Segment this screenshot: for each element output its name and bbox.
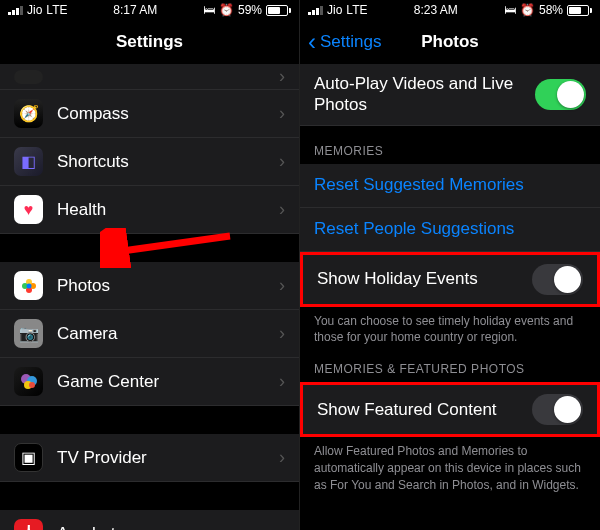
compass-icon: 🧭	[14, 99, 43, 128]
gamecenter-icon	[14, 367, 43, 396]
row-label: TV Provider	[57, 448, 279, 468]
row-measure-partial[interactable]: ›	[0, 64, 299, 90]
battery-percent: 58%	[539, 3, 563, 17]
chevron-right-icon: ›	[279, 447, 285, 468]
chevron-right-icon: ›	[279, 103, 285, 124]
svg-point-8	[29, 382, 35, 388]
rotation-lock-icon: 🛏	[203, 3, 215, 17]
row-health[interactable]: ♥ Health ›	[0, 186, 299, 234]
acrobat-icon: 人	[14, 519, 43, 530]
link-label: Reset Suggested Memories	[314, 175, 586, 195]
signal-icon	[308, 6, 323, 15]
autoplay-toggle[interactable]	[535, 79, 586, 110]
battery-icon	[266, 5, 291, 16]
tv-icon: ▣	[14, 443, 43, 472]
chevron-right-icon: ›	[279, 66, 285, 87]
chevron-right-icon: ›	[279, 371, 285, 392]
chevron-left-icon: ‹	[308, 28, 316, 56]
row-label: Acrobat	[57, 524, 279, 531]
row-label: Show Holiday Events	[317, 269, 532, 289]
network-label: LTE	[346, 3, 367, 17]
page-title: Photos	[421, 32, 479, 52]
measure-icon	[14, 70, 43, 84]
chevron-right-icon: ›	[279, 523, 285, 530]
chevron-right-icon: ›	[279, 323, 285, 344]
row-camera[interactable]: 📷 Camera ›	[0, 310, 299, 358]
row-featured-content[interactable]: Show Featured Content	[300, 382, 600, 437]
row-label: Compass	[57, 104, 279, 124]
row-reset-memories[interactable]: Reset Suggested Memories	[300, 164, 600, 208]
chevron-right-icon: ›	[279, 275, 285, 296]
row-acrobat[interactable]: 人 Acrobat ›	[0, 510, 299, 530]
row-label: Photos	[57, 276, 279, 296]
network-label: LTE	[46, 3, 67, 17]
row-label: Auto-Play Videos and Live Photos	[314, 73, 535, 116]
row-photos[interactable]: Photos ›	[0, 262, 299, 310]
clock: 8:17 AM	[113, 3, 157, 17]
clock: 8:23 AM	[414, 3, 458, 17]
row-shortcuts[interactable]: ◧ Shortcuts ›	[0, 138, 299, 186]
health-icon: ♥	[14, 195, 43, 224]
row-label: Camera	[57, 324, 279, 344]
link-label: Reset People Suggestions	[314, 219, 586, 239]
rotation-lock-icon: 🛏	[504, 3, 516, 17]
alarm-icon: ⏰	[219, 3, 234, 17]
signal-icon	[8, 6, 23, 15]
row-label: Game Center	[57, 372, 279, 392]
chevron-right-icon: ›	[279, 151, 285, 172]
photos-icon	[14, 271, 43, 300]
chevron-right-icon: ›	[279, 199, 285, 220]
battery-percent: 59%	[238, 3, 262, 17]
row-gamecenter[interactable]: Game Center ›	[0, 358, 299, 406]
alarm-icon: ⏰	[520, 3, 535, 17]
status-bar: Jio LTE 8:17 AM 🛏 ⏰ 59%	[0, 0, 299, 20]
row-autoplay[interactable]: Auto-Play Videos and Live Photos	[300, 64, 600, 126]
row-label: Health	[57, 200, 279, 220]
row-label: Show Featured Content	[317, 400, 532, 420]
row-tvprovider[interactable]: ▣ TV Provider ›	[0, 434, 299, 482]
page-title: Settings	[116, 32, 183, 52]
footer-text: You can choose to see timely holiday eve…	[300, 307, 600, 349]
carrier-label: Jio	[27, 3, 42, 17]
row-holiday-events[interactable]: Show Holiday Events	[300, 252, 600, 307]
section-header-memories: MEMORIES	[300, 126, 600, 164]
row-reset-people[interactable]: Reset People Suggestions	[300, 208, 600, 252]
camera-icon: 📷	[14, 319, 43, 348]
row-compass[interactable]: 🧭 Compass ›	[0, 90, 299, 138]
section-header-featured: MEMORIES & FEATURED PHOTOS	[300, 348, 600, 382]
nav-bar: ‹ Settings Photos	[300, 20, 600, 64]
battery-icon	[567, 5, 592, 16]
shortcuts-icon: ◧	[14, 147, 43, 176]
svg-point-4	[26, 283, 31, 288]
back-label: Settings	[320, 32, 381, 52]
featured-toggle[interactable]	[532, 394, 583, 425]
status-bar: Jio LTE 8:23 AM 🛏 ⏰ 58%	[300, 0, 600, 20]
holiday-toggle[interactable]	[532, 264, 583, 295]
back-button[interactable]: ‹ Settings	[308, 28, 381, 56]
nav-bar: Settings	[0, 20, 299, 64]
carrier-label: Jio	[327, 3, 342, 17]
row-label: Shortcuts	[57, 152, 279, 172]
footer-text: Allow Featured Photos and Memories to au…	[300, 437, 600, 495]
